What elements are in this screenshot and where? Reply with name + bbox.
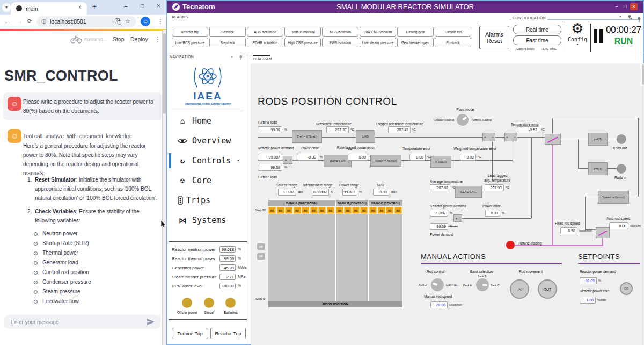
pause-icon[interactable] <box>594 29 597 43</box>
page-title: SMR_CONTROL <box>4 68 118 84</box>
alarms-reset-button[interactable]: Alarms Reset <box>479 26 509 49</box>
variable-item: Neutron power <box>42 229 78 238</box>
alarm-button[interactable]: Reactor trip <box>172 27 208 37</box>
alarm-button[interactable]: Gen breaker open <box>397 38 434 47</box>
plant-mode-dial[interactable] <box>457 114 469 126</box>
setpoint-power-rate-value[interactable]: 1.00 <box>580 297 596 304</box>
field-label: Average temperature <box>430 179 463 183</box>
sidebar-item-core[interactable]: ☢ Core <box>169 172 247 189</box>
forward-icon[interactable]: → <box>16 18 23 25</box>
field-label: Lead-lagged <box>488 174 507 177</box>
chat-input[interactable] <box>4 315 160 329</box>
alarms-collapse-icon[interactable]: ▾ <box>619 14 621 19</box>
user-chat-message: ☺ Please write a procedure to adjust the… <box>3 92 162 120</box>
alarm-button[interactable]: FWS isolation <box>322 38 358 47</box>
window-close-icon[interactable]: × <box>157 3 160 9</box>
alarm-button[interactable]: MSS isolation <box>322 27 358 37</box>
alarm-button[interactable]: Rods in manual <box>284 27 321 37</box>
reload-icon[interactable]: ⟳ <box>27 18 32 25</box>
window-minimize-icon[interactable]: – <box>124 3 128 10</box>
go-button[interactable]: GO <box>620 282 633 295</box>
alarm-button[interactable]: Setback <box>209 27 246 37</box>
field-unit: steps/min <box>579 229 592 232</box>
scrollbar-thumb[interactable] <box>642 64 644 85</box>
config-button[interactable]: ⚙ Config ▼ <box>567 20 588 46</box>
signal-line <box>458 222 458 226</box>
tab-search-icon[interactable]: ▾ <box>2 3 11 12</box>
diagram-scrollbar[interactable] <box>641 63 644 345</box>
real-time-button[interactable]: Real time <box>513 25 561 34</box>
new-tab-button[interactable]: + <box>92 3 97 10</box>
variable-item: Steam pressure <box>42 287 80 296</box>
url-field[interactable]: ⓘ localhost:8501 A ☆ <box>36 16 136 27</box>
alarm-button[interactable]: Turbine trip <box>435 27 471 37</box>
alarm-button[interactable]: PDHR actuation <box>247 38 283 47</box>
field-label: Power demand <box>430 233 453 236</box>
mf-button[interactable]: MF <box>257 253 265 260</box>
alarm-button[interactable]: Low RCS pressure <box>172 38 208 47</box>
block-tref: Tref = f(Tload) <box>292 130 322 143</box>
deploy-button[interactable]: Deploy <box>130 36 148 42</box>
sidebar-item-trips[interactable]: Trips <box>169 192 247 209</box>
sidebar-item-controls[interactable]: ↻ Controls · <box>169 152 247 169</box>
alarm-button[interactable]: Stepback <box>209 38 246 47</box>
reactor-trip-button[interactable]: Reactor Trip <box>210 328 246 339</box>
turbine-trip-button[interactable]: Turbine Trip <box>172 328 208 339</box>
bookmark-star-icon[interactable]: ☆ <box>125 18 130 25</box>
send-icon[interactable] <box>147 319 155 325</box>
sim-minimize-icon[interactable]: – <box>613 3 620 10</box>
field-unit: % <box>284 166 287 169</box>
sim-maximize-icon[interactable]: □ <box>621 3 629 10</box>
diagram-title: RODS POSITION CONTROL <box>258 96 397 107</box>
tab-diagram[interactable]: DIAGRAM <box>253 57 272 61</box>
alarm-button[interactable]: ADS actuation <box>247 27 283 37</box>
profile-avatar[interactable]: ☺ <box>141 17 150 26</box>
bank-c-header: BANK C (CONTROL) <box>369 200 402 206</box>
bank-selection-dial[interactable] <box>476 278 489 291</box>
scrollbar-thumb[interactable] <box>163 33 166 114</box>
mf-button[interactable]: MF <box>257 243 265 250</box>
tab-close-icon[interactable]: × <box>78 5 82 10</box>
sidebar-item-home[interactable]: ⌂ Home <box>169 112 247 130</box>
alarm-button[interactable]: Turning gear <box>397 27 434 37</box>
back-icon[interactable]: ← <box>4 18 11 25</box>
rods-out-button[interactable]: OUT <box>538 279 557 299</box>
alarm-button[interactable]: Runback <box>435 38 471 47</box>
rod-control-dial[interactable] <box>431 278 444 291</box>
field-unit: % <box>359 190 362 193</box>
browser-menu-icon[interactable]: ⋮ <box>157 18 164 25</box>
field-label: Rate lagged power error <box>337 146 375 149</box>
field-value: 287.41 <box>388 126 411 133</box>
variable-item: Control rod position <box>42 268 89 277</box>
alarm-button[interactable]: Low steam pressure <box>360 38 396 47</box>
navigation-collapse-icon[interactable]: ▾ <box>231 54 233 59</box>
alarm-button[interactable]: High CBS pressure <box>284 38 321 47</box>
field-label: Lagged reference temperature <box>376 122 423 126</box>
browser-tab[interactable]: main × <box>11 2 87 15</box>
rods-in-button[interactable]: IN <box>510 279 529 299</box>
rod-step-cell: 80 <box>378 207 385 214</box>
divider <box>167 53 643 53</box>
gear-icon: ⚙ <box>567 20 588 37</box>
fast-time-button[interactable]: Fast time <box>513 35 561 45</box>
section-underline <box>421 263 562 264</box>
window-maximize-icon[interactable]: □ <box>141 3 144 9</box>
navigation-pin-icon[interactable] <box>238 55 244 60</box>
site-info-icon[interactable]: ⓘ <box>41 18 46 25</box>
field-value: 0.00 <box>409 154 426 161</box>
browser-scrollbar[interactable] <box>162 30 166 345</box>
manual-rod-speed-value[interactable]: 20.00 <box>430 301 448 308</box>
alarm-button[interactable]: Low CNR vacuum <box>360 27 396 37</box>
configuration-collapse-icon[interactable]: ▾ <box>630 16 632 21</box>
stop-button[interactable]: Stop <box>113 36 125 42</box>
translate-icon[interactable]: A <box>115 18 121 25</box>
sidebar-item-overview[interactable]: Overview <box>169 132 247 149</box>
sidebar-item-systems[interactable]: ⋈ Systems <box>169 212 247 229</box>
app-menu-icon[interactable]: ⋮ <box>155 35 161 43</box>
pause-icon[interactable] <box>599 29 603 43</box>
systems-valve-icon: ⋈ <box>176 216 189 225</box>
setpoint-power-demand-value[interactable]: 99.09 <box>580 277 597 284</box>
sum-junction: +− <box>482 133 495 141</box>
sim-close-icon[interactable]: × <box>630 3 638 10</box>
configuration-pin-icon[interactable] <box>636 17 642 22</box>
